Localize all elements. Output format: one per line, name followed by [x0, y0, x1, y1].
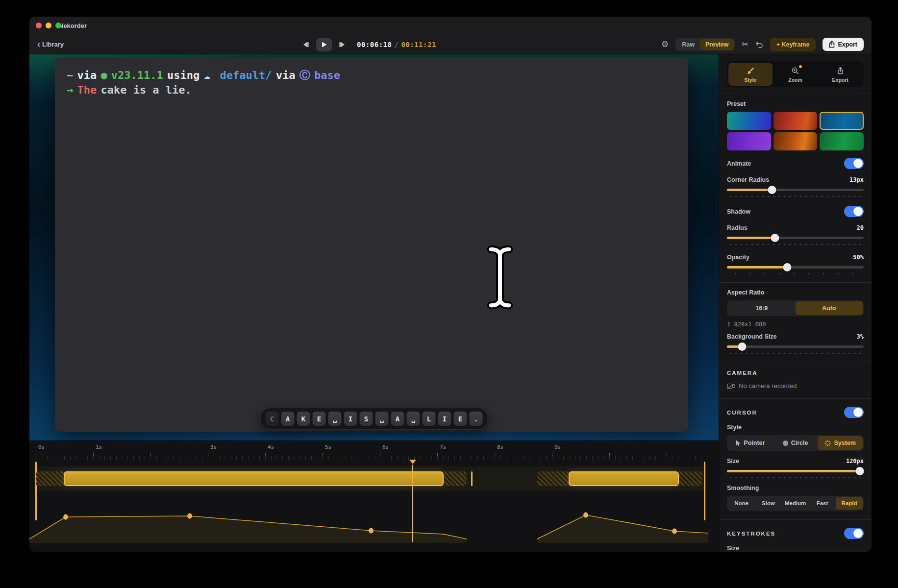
zoom-window-button[interactable] — [55, 23, 61, 28]
keystroke-key: S — [360, 412, 373, 426]
settings-gear-icon[interactable]: ⚙ — [661, 39, 669, 49]
animate-toggle[interactable] — [844, 158, 864, 169]
cursor-size-label: Size — [727, 458, 739, 465]
cursor-toggle[interactable] — [844, 407, 864, 418]
keyframe-dot[interactable] — [188, 514, 192, 518]
inspector-sidebar: Style Zoom Export — [719, 54, 872, 552]
undo-icon[interactable] — [755, 41, 763, 48]
smoothing-fast-option[interactable]: Fast — [809, 497, 836, 510]
smoothing-none-option[interactable]: None — [728, 497, 755, 510]
tab-export[interactable]: Export — [818, 63, 862, 86]
aspect-ratio-segmented: 16:9 Auto — [727, 300, 864, 316]
prompt-via2: via — [276, 69, 296, 81]
camera-off-icon — [727, 383, 735, 389]
terminal-command-line: →Thecake is a lie. — [67, 83, 676, 98]
preview-option[interactable]: Preview — [700, 39, 734, 50]
preset-swatch-green[interactable] — [820, 132, 864, 150]
raw-option[interactable]: Raw — [676, 39, 700, 50]
preset-swatch-orange[interactable] — [773, 132, 818, 150]
cursor-size-slider[interactable] — [727, 467, 864, 480]
keystroke-key: L — [423, 412, 436, 426]
cut-scissors-icon[interactable]: ✂ — [742, 40, 748, 49]
step-back-icon — [302, 42, 309, 48]
aspect-auto-option[interactable]: Auto — [796, 301, 863, 315]
circle-cursor-icon — [783, 441, 788, 446]
keystroke-key: E — [313, 412, 326, 426]
chevron-left-icon: ‹ — [37, 40, 40, 49]
keyframe-dot[interactable] — [369, 528, 373, 533]
add-keyframe-button[interactable]: + Keyframe — [770, 38, 816, 51]
keystroke-key: I — [344, 412, 357, 426]
close-window-button[interactable] — [36, 23, 42, 28]
step-forward-icon — [339, 42, 346, 48]
zoom-badge-dot — [799, 65, 802, 68]
smoothing-segmented: None Slow Medium Fast Rapid — [727, 496, 864, 511]
node-version: v23.11.1 — [111, 69, 163, 81]
preset-swatch-purple[interactable] — [727, 132, 771, 150]
timecode-separator: / — [392, 41, 401, 49]
keystrokes-toggle[interactable] — [844, 528, 864, 539]
preset-swatches — [727, 112, 864, 150]
cursor-style-circle-option[interactable]: Circle — [773, 436, 818, 450]
smoothing-rapid-option[interactable]: Rapid — [836, 497, 863, 510]
export-button[interactable]: Export — [823, 38, 864, 51]
preset-swatch-teal-blue[interactable] — [727, 112, 771, 130]
cursor-style-label: Style — [727, 424, 864, 431]
keystroke-key: A — [281, 412, 295, 426]
shadow-radius-slider[interactable] — [727, 234, 864, 246]
cursor-style-segmented: Pointer Circle System — [727, 435, 864, 451]
corner-radius-slider[interactable] — [727, 186, 864, 198]
camera-empty-state: No camera recorded — [727, 382, 864, 390]
cursor-style-pointer-option[interactable]: Pointer — [728, 436, 773, 450]
step-back-button[interactable] — [300, 41, 311, 49]
prompt-tilde: ~ — [67, 69, 73, 81]
divider — [719, 94, 872, 94]
preset-swatch-blue-selected[interactable] — [820, 112, 864, 130]
timecode-current: 00:06:18 — [357, 41, 392, 49]
transport-controls: 00:06:18/00:11:21 — [300, 35, 436, 54]
prompt-using: using — [167, 69, 200, 81]
resolution-readout: 1 828×1 080 — [727, 321, 864, 328]
background-size-slider[interactable] — [727, 343, 864, 355]
export-label: Export — [838, 41, 857, 48]
shadow-toggle[interactable] — [844, 206, 864, 217]
zoom-magnifier-icon — [792, 67, 799, 74]
divider — [719, 282, 872, 283]
opacity-slider[interactable] — [727, 263, 864, 276]
app-window: Nekorder ‹ Library — [29, 17, 872, 552]
terminal-prompt-line: ~via●v23.11.1using☁default/viaⒸbase — [67, 68, 676, 83]
smoothing-medium-option[interactable]: Medium — [782, 497, 809, 510]
keyframe-dot[interactable] — [584, 513, 588, 517]
titlebar: Nekorder — [29, 17, 872, 35]
video-preview[interactable]: ~via●v23.11.1using☁default/viaⒸbase →The… — [29, 54, 719, 441]
conda-icon: Ⓒ — [299, 69, 310, 81]
aspect-ratio-label: Aspect Ratio — [727, 289, 864, 296]
background-size-value: 3% — [857, 333, 864, 340]
tab-export-label: Export — [832, 77, 848, 83]
keystroke-key-space: ␣ — [328, 412, 342, 426]
aspect-16-9-option[interactable]: 16:9 — [728, 301, 796, 315]
cursor-style-system-option[interactable]: System — [818, 436, 863, 450]
smoothing-slow-option[interactable]: Slow — [755, 497, 782, 510]
command-first-word: The — [77, 84, 97, 96]
play-button[interactable] — [316, 38, 332, 51]
preset-swatch-red[interactable] — [773, 112, 818, 130]
sidebar-tabs: Style Zoom Export — [727, 61, 864, 87]
background-size-label: Background Size — [727, 333, 776, 340]
opacity-label: Opacity — [727, 254, 749, 261]
keyframe-dot[interactable] — [64, 514, 68, 519]
library-back-button[interactable]: ‹ Library — [37, 41, 64, 49]
tab-style[interactable]: Style — [728, 63, 773, 86]
export-tab-icon — [837, 67, 844, 74]
tab-zoom[interactable]: Zoom — [773, 63, 818, 86]
keystroke-key-space: ␣ — [407, 412, 420, 426]
shadow-radius-value: 20 — [857, 224, 864, 231]
keyframe-dot[interactable] — [673, 529, 676, 534]
step-forward-button[interactable] — [337, 41, 348, 49]
minimize-window-button[interactable] — [46, 23, 51, 28]
share-icon — [829, 41, 835, 48]
playhead-line — [412, 465, 413, 542]
toolbar-right: ⚙ Raw Preview ✂ + Keyframe Export — [661, 38, 864, 51]
keystrokes-section-header: KEYSTROKES — [727, 531, 775, 537]
keystroke-key: E — [454, 412, 467, 426]
